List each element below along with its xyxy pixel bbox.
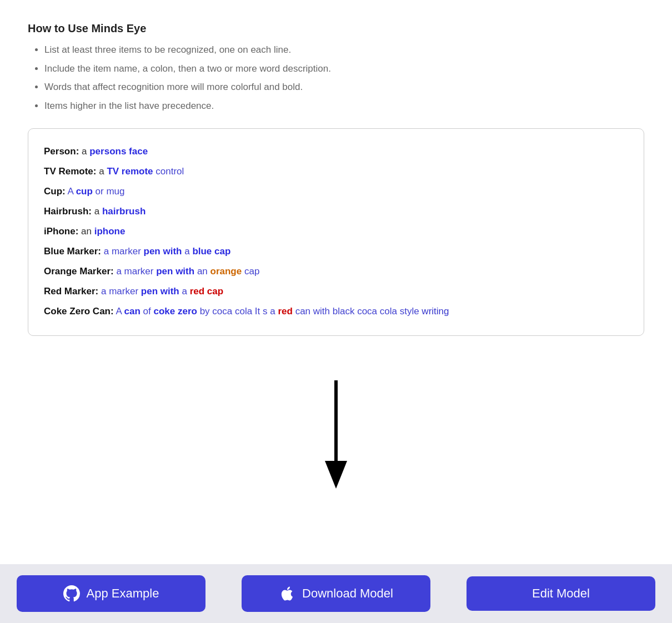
instruction-item: Items higher in the list have precedence… [44,99,644,113]
app-example-label: App Example [87,586,159,601]
model-item-tvremote: TV Remote: a TV remote control [44,162,628,181]
edit-model-label: Edit Model [532,586,590,601]
download-model-button[interactable]: Download Model [242,575,430,612]
model-item-red-marker: Red Marker: a marker pen with a red cap [44,282,628,301]
model-items-box: Person: a persons face TV Remote: a TV r… [28,128,644,336]
app-example-button[interactable]: App Example [17,575,205,612]
model-item-coke-zero: Coke Zero Can: A can of coke zero by coc… [44,302,628,321]
footer-bar: App Example Download Model Edit Model [0,564,672,623]
edit-model-button[interactable]: Edit Model [467,576,655,611]
github-icon [63,585,80,602]
model-item-hairbrush: Hairbrush: a hairbrush [44,202,628,221]
down-arrow-icon [325,380,347,491]
svg-marker-1 [325,461,347,489]
model-item-person: Person: a persons face [44,142,628,161]
page-title: How to Use Minds Eye [28,22,644,35]
instruction-item: Words that affect recognition more will … [44,80,644,94]
instruction-item: Include the item name, a colon, then a t… [44,62,644,76]
model-item-iphone: iPhone: an iphone [44,222,628,241]
instructions-list: List at least three items to be recogniz… [28,43,644,113]
model-item-blue-marker: Blue Marker: a marker pen with a blue ca… [44,242,628,261]
instruction-item: List at least three items to be recogniz… [44,43,644,57]
main-content: How to Use Minds Eye List at least three… [0,0,672,564]
apple-icon [279,585,295,602]
model-item-orange-marker: Orange Marker: a marker pen with an oran… [44,262,628,281]
arrow-container [28,358,644,525]
model-item-cup: Cup: A cup or mug [44,182,628,201]
download-model-label: Download Model [302,586,393,601]
